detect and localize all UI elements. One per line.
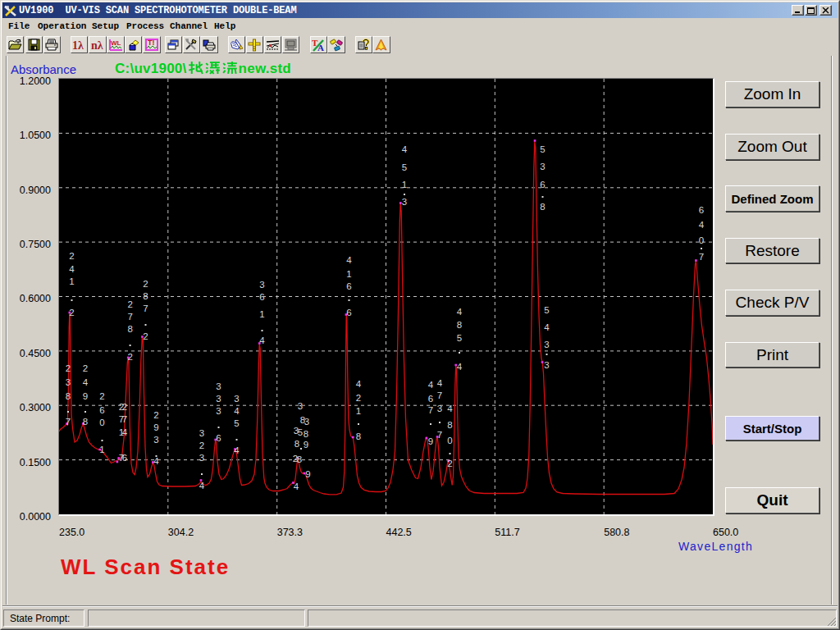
svg-text:8: 8 [127, 324, 132, 334]
svg-text:3: 3 [216, 381, 221, 391]
svg-text:9: 9 [153, 422, 158, 432]
svg-text:5: 5 [298, 427, 303, 437]
svg-text:4: 4 [346, 255, 352, 265]
svg-text:6: 6 [699, 205, 704, 215]
svg-text:2: 2 [66, 363, 71, 373]
svg-text:3: 3 [304, 417, 309, 427]
svg-text:2: 2 [122, 402, 127, 412]
svg-text:4: 4 [428, 380, 434, 390]
svg-text:4: 4 [437, 378, 443, 388]
svg-text:4: 4 [234, 445, 240, 455]
svg-text:8: 8 [356, 431, 361, 441]
svg-text:2: 2 [153, 410, 158, 420]
svg-text:7: 7 [143, 304, 148, 313]
svg-text:7: 7 [699, 252, 704, 262]
svg-text:6: 6 [259, 292, 264, 302]
svg-text:2: 2 [69, 251, 74, 261]
svg-text:3: 3 [402, 197, 407, 207]
svg-text:8: 8 [457, 320, 462, 330]
svg-text:3: 3 [298, 401, 303, 411]
svg-text:7: 7 [66, 417, 71, 427]
svg-text:T!: T! [148, 39, 155, 47]
svg-text:3: 3 [199, 428, 204, 438]
svg-text:2: 2 [127, 299, 132, 309]
svg-text:6: 6 [346, 281, 351, 291]
svg-text:2: 2 [199, 441, 204, 450]
svg-text:2: 2 [69, 308, 74, 317]
svg-text:1: 1 [259, 309, 264, 319]
svg-text:9: 9 [304, 440, 308, 450]
svg-text:4: 4 [544, 322, 550, 332]
svg-text:1: 1 [402, 180, 407, 189]
svg-text:5: 5 [540, 144, 545, 154]
svg-text:1: 1 [356, 406, 361, 416]
svg-text:7: 7 [437, 390, 442, 400]
svg-text:8: 8 [66, 391, 71, 401]
svg-text:6: 6 [540, 180, 545, 189]
svg-text:2: 2 [99, 391, 104, 401]
svg-text:3: 3 [437, 404, 442, 413]
svg-text:8: 8 [143, 291, 148, 301]
svg-text:6: 6 [99, 405, 104, 415]
svg-text:1: 1 [69, 276, 74, 286]
svg-text:1: 1 [346, 269, 351, 279]
svg-text:7: 7 [122, 414, 127, 424]
svg-text:7: 7 [127, 312, 132, 322]
svg-text:0: 0 [99, 418, 104, 427]
svg-text:3: 3 [199, 453, 204, 463]
svg-text:nλ: nλ [91, 39, 103, 51]
svg-text:2: 2 [447, 459, 452, 468]
svg-text:1: 1 [99, 445, 104, 454]
svg-text:4: 4 [699, 220, 705, 230]
svg-text:2: 2 [83, 363, 88, 373]
svg-text:4: 4 [457, 362, 463, 372]
svg-text:4: 4 [457, 307, 463, 317]
svg-text:4: 4 [83, 377, 89, 387]
svg-text:0: 0 [699, 235, 704, 245]
svg-text:3: 3 [66, 377, 71, 387]
svg-text:3: 3 [234, 394, 239, 404]
svg-text:4: 4 [234, 406, 240, 416]
svg-text:6: 6 [428, 394, 433, 404]
svg-text:3: 3 [540, 162, 545, 171]
svg-text:8: 8 [294, 439, 299, 449]
svg-text:2: 2 [143, 279, 148, 289]
svg-text:6: 6 [122, 453, 127, 463]
svg-text:6: 6 [346, 308, 351, 317]
svg-text:9: 9 [428, 436, 433, 446]
svg-text:4: 4 [69, 264, 75, 274]
svg-text:3: 3 [544, 340, 549, 349]
svg-text:8: 8 [447, 420, 452, 430]
svg-text:4: 4 [356, 379, 362, 389]
svg-text:3: 3 [153, 435, 158, 445]
svg-text:2: 2 [143, 331, 148, 341]
svg-text:8: 8 [297, 454, 302, 464]
svg-text:2: 2 [127, 352, 132, 362]
svg-text:3: 3 [216, 394, 221, 404]
svg-text:7: 7 [437, 430, 442, 440]
svg-text:9: 9 [83, 391, 88, 401]
svg-text:3: 3 [259, 280, 264, 290]
svg-text:0: 0 [447, 436, 452, 445]
svg-text:7: 7 [428, 405, 433, 415]
svg-text:5: 5 [402, 162, 407, 172]
svg-text:4: 4 [259, 336, 265, 345]
svg-text:4: 4 [447, 404, 453, 413]
svg-text:5: 5 [457, 333, 462, 343]
svg-text:4: 4 [294, 482, 299, 491]
svg-text:4: 4 [122, 427, 128, 437]
svg-text:4: 4 [153, 456, 159, 466]
svg-text:3: 3 [216, 406, 221, 416]
svg-text:8: 8 [83, 417, 88, 427]
svg-text:1λ: 1λ [72, 39, 84, 51]
svg-text:9: 9 [305, 469, 310, 479]
svg-text:6: 6 [216, 433, 221, 443]
svg-text:8: 8 [540, 202, 545, 212]
svg-text:5: 5 [234, 418, 239, 428]
svg-text:4: 4 [199, 481, 205, 491]
svg-text:3: 3 [544, 360, 549, 370]
svg-text:2: 2 [356, 393, 361, 403]
svg-text:4: 4 [402, 144, 408, 154]
svg-text:5: 5 [544, 305, 549, 315]
svg-text:8: 8 [304, 429, 308, 439]
